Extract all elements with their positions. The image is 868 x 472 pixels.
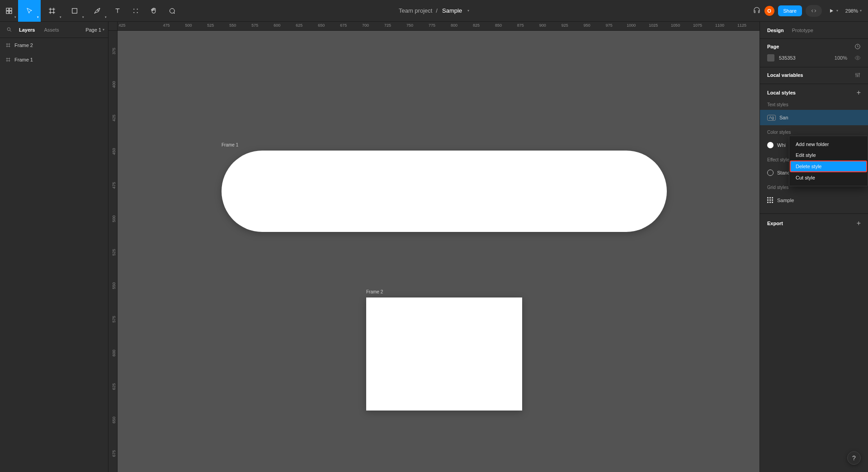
ruler-tick: 600 [112, 349, 116, 358]
ruler-tick: 550 [229, 23, 236, 28]
ruler-tick: 450 [112, 147, 116, 156]
ruler-tick: 400 [112, 80, 116, 89]
assets-tab[interactable]: Assets [39, 27, 63, 33]
svg-point-10 [7, 28, 10, 30]
page-selector-label: Page 1 [85, 27, 101, 33]
search-icon[interactable] [4, 24, 14, 35]
layer-name: Frame 2 [14, 42, 33, 48]
hand-tool[interactable] [145, 0, 163, 22]
file-breadcrumb[interactable]: Team project / Sample ▾ [399, 7, 469, 14]
context-menu-item[interactable]: Cut style [789, 172, 868, 183]
color-style-name: Whi [777, 142, 786, 148]
canvas[interactable]: 4254755005255505756006256506757007257507… [108, 22, 760, 472]
move-tool[interactable]: ▾ [18, 0, 41, 22]
frame-tool[interactable]: ▾ [41, 0, 63, 22]
color-swatch[interactable] [767, 54, 774, 61]
grid-style-row[interactable]: Sample [760, 193, 868, 208]
ruler-tick: 800 [451, 23, 458, 28]
ruler-tick: 975 [606, 23, 613, 28]
chevron-down-icon: ▾ [60, 15, 61, 19]
grid-style-icon [767, 197, 774, 203]
toolbar-left: ▾ ▾ ▾ ▾ ▾ [0, 0, 181, 21]
local-variables-section: Local variables [760, 67, 868, 84]
text-style-name: San [779, 115, 788, 120]
share-button[interactable]: Share [778, 5, 802, 16]
ruler-tick: 750 [406, 23, 413, 28]
text-tool[interactable] [108, 0, 127, 22]
ruler-tick: 725 [384, 23, 391, 28]
context-menu-item[interactable]: Edit style [789, 150, 868, 160]
layers-tab[interactable]: Layers [14, 27, 39, 33]
frame-label[interactable]: Frame 1 [222, 142, 238, 147]
settings-icon[interactable] [854, 72, 861, 78]
export-title: Export [767, 221, 783, 226]
context-menu-item[interactable]: Delete style [790, 161, 867, 172]
dev-mode-toggle[interactable] [806, 5, 822, 17]
ruler-tick: 475 [163, 23, 170, 28]
ruler-tick: 1100 [715, 23, 724, 28]
right-panel: Design Prototype Page 535353 100% Local … [760, 22, 868, 472]
shape-tool[interactable]: ▾ [63, 0, 86, 22]
help-icon: ? [852, 454, 856, 462]
ruler-tick: 850 [495, 23, 502, 28]
svg-point-7 [137, 9, 138, 9]
svg-point-14 [857, 76, 858, 76]
ruler-tick: 475 [112, 181, 116, 190]
voice-chat-button[interactable] [753, 6, 761, 15]
svg-rect-0 [6, 8, 9, 10]
text-styles-header: Text styles [760, 102, 868, 107]
toolbar-right: O Share ▾ 298% ▾ [753, 0, 868, 21]
chevron-down-icon: ▾ [14, 15, 16, 19]
history-icon[interactable] [854, 43, 861, 50]
layer-row[interactable]: Frame 1 [0, 52, 108, 67]
pen-tool[interactable]: ▾ [86, 0, 108, 22]
grid-style-name: Sample [777, 198, 794, 203]
ruler-tick: 625 [112, 382, 116, 391]
topbar: ▾ ▾ ▾ ▾ ▾ Team project [0, 0, 868, 22]
page-section-title: Page [767, 44, 779, 49]
comment-tool[interactable] [163, 0, 181, 22]
ruler-tick: 825 [473, 23, 480, 28]
text-style-icon: Ag [767, 115, 776, 121]
prototype-tab[interactable]: Prototype [792, 28, 813, 33]
main-menu-button[interactable]: ▾ [0, 0, 18, 22]
svg-rect-2 [6, 11, 9, 13]
effect-style-icon [767, 170, 774, 176]
page-selector[interactable]: Page 1 ▾ [85, 27, 104, 33]
avatar-initial: O [767, 8, 771, 14]
frame-label[interactable]: Frame 2 [366, 289, 383, 294]
page-color-hex[interactable]: 535353 [779, 55, 796, 61]
ruler-tick: 375 [112, 47, 116, 56]
ruler-tick: 1050 [671, 23, 680, 28]
chevron-down-icon: ▾ [860, 9, 862, 13]
ruler-tick: 575 [112, 315, 116, 324]
color-styles-header: Color styles [760, 130, 868, 135]
present-button[interactable]: ▾ [828, 8, 838, 14]
ruler-horizontal: 4254755005255505756006256506757007257507… [118, 22, 760, 31]
chevron-down-icon: ▾ [836, 9, 838, 13]
chevron-down-icon: ▾ [467, 9, 469, 13]
text-style-row[interactable]: Ag San [760, 110, 868, 125]
layer-row[interactable]: Frame 2 [0, 38, 108, 52]
help-button[interactable]: ? [847, 451, 861, 465]
canvas-frame-2[interactable]: Frame 2 [366, 297, 522, 411]
visibility-icon[interactable] [854, 55, 861, 61]
add-style-button[interactable]: + [857, 89, 861, 97]
context-menu-item[interactable]: Add new folder [789, 139, 868, 150]
local-variables-title: Local variables [767, 72, 803, 78]
ruler-tick: 650 [318, 23, 325, 28]
resources-tool[interactable] [127, 0, 145, 22]
breadcrumb-sep: / [436, 7, 438, 14]
page-background-row[interactable]: 535353 100% [767, 54, 861, 61]
ruler-tick: 775 [429, 23, 435, 28]
svg-point-5 [97, 9, 98, 10]
add-export-button[interactable]: + [857, 219, 861, 227]
ruler-tick: 925 [561, 23, 568, 28]
canvas-frame-1[interactable]: Frame 1 [222, 151, 667, 232]
ruler-tick: 500 [185, 23, 192, 28]
zoom-control[interactable]: 298% ▾ [845, 8, 862, 14]
page-color-opacity[interactable]: 100% [835, 55, 847, 61]
design-tab[interactable]: Design [767, 28, 784, 33]
ruler-corner [108, 22, 118, 31]
user-avatar[interactable]: O [764, 6, 774, 16]
